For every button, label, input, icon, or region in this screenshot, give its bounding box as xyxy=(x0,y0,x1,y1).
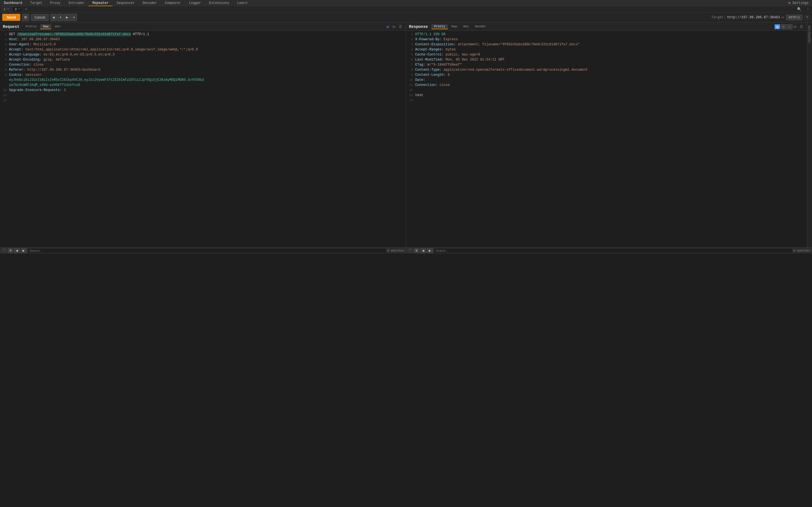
edit-target-button[interactable]: ✏ xyxy=(781,15,784,19)
main-content: Request Pretty Raw Hex ⇄ \n ☰ 1 GET /dow… xyxy=(0,22,812,247)
request-panel: Request Pretty Raw Hex ⇄ \n ☰ 1 GET /dow… xyxy=(0,22,406,247)
next-button[interactable]: ▶ xyxy=(64,14,70,21)
target-label: Target: xyxy=(711,15,725,19)
response-line-12: 12 xyxy=(406,88,807,93)
request-line-5: 5 Accept-Language: es-ES,es;q=0.8,en-US;… xyxy=(0,52,406,57)
inspector-label: INSPECTOR xyxy=(808,22,811,46)
tab-menu-icon[interactable]: ⋮ xyxy=(804,7,812,11)
request-search-next-btn[interactable]: ▶ xyxy=(21,248,27,253)
next-dropdown[interactable]: ▾ xyxy=(71,14,77,21)
prev-button[interactable]: ◀ xyxy=(50,14,57,21)
send-button[interactable]: Send xyxy=(2,14,20,21)
settings-button[interactable]: ⚙ Settings xyxy=(785,0,812,6)
response-line-4: 4 Accept-Ranges: bytes xyxy=(406,47,807,52)
request-line-7: 7 Connection: close xyxy=(0,62,406,67)
tab-add-button[interactable]: + xyxy=(23,6,29,12)
prev-dropdown[interactable]: ▾ xyxy=(57,14,63,21)
request-line-8: 8 Referer: http://167.99.206.87:30463/da… xyxy=(0,67,406,72)
http-version-selector[interactable]: HTTP/1 xyxy=(786,15,802,20)
request-line-4: 4 Accept: text/html,application/xhtml+xm… xyxy=(0,47,406,52)
response-help-btn[interactable]: ? xyxy=(408,248,413,253)
nav-repeater[interactable]: Repeater xyxy=(89,0,113,6)
response-code-area[interactable]: 1 HTTP/1.1 200 OK 2 X-Powered-By: Expres… xyxy=(406,31,807,247)
response-line-5: 5 Cache-Control: public, max-age=0 xyxy=(406,52,807,57)
request-line-1: 1 GET /download?resume=./9f06243abcb89c7… xyxy=(0,32,406,37)
cancel-button[interactable]: Cancel xyxy=(31,14,49,21)
response-line-14: 14 xyxy=(406,98,807,103)
tab-2[interactable]: 2 × xyxy=(12,6,23,12)
response-line-6: 6 Last-Modified: Mon, 05 Dec 2022 01:54:… xyxy=(406,57,807,62)
inspector-sidebar: INSPECTOR xyxy=(807,22,812,247)
nav-sequencer[interactable]: Sequencer xyxy=(112,0,139,6)
tab-1[interactable]: 1 × xyxy=(1,6,11,12)
response-panel-header: Response Pretty Raw Hex Render ⊞ ☰ ≡ \n … xyxy=(406,22,807,31)
response-bottom-settings-btn[interactable]: ⚙ xyxy=(414,248,419,253)
request-line-6: 6 Accept-Encoding: gzip, deflate xyxy=(0,57,406,62)
response-bottom-panel: ? ⚙ ◀ ▶ 0 matches xyxy=(406,247,812,253)
request-line-10: 10 Upgrade-Insecure-Requests: 1 xyxy=(0,88,406,93)
request-match-count: 0 matches xyxy=(388,249,404,252)
nav-comparer[interactable]: Comparer xyxy=(161,0,185,6)
response-line-7: 7 ETag: W/"6-184dffd9eaf" xyxy=(406,62,807,67)
response-grid-view-btn[interactable]: ⊞ xyxy=(774,24,780,29)
request-line-3: 3 User-Agent: Mozilla/5.0 xyxy=(0,42,406,47)
nav-extensions[interactable]: Extensions xyxy=(205,0,233,6)
request-line-9b: ya7Gc0cW0FiKqM_sXOd-avH5bTf1d1kfss8 xyxy=(0,82,406,88)
response-view-toggles: ⊞ ☰ ≡ xyxy=(774,24,793,29)
response-panel: INSPECTOR Response Pretty Raw Hex Render… xyxy=(406,22,812,247)
tab-2-close[interactable]: × xyxy=(18,8,20,11)
response-line-10: 10 Date: xyxy=(406,77,807,82)
nav-intruder[interactable]: Intruder xyxy=(64,0,89,6)
nav-learn[interactable]: Learn xyxy=(233,0,251,6)
request-line-11: 11 xyxy=(0,93,406,98)
help-button[interactable]: ? xyxy=(804,15,810,20)
nav-logger[interactable]: Logger xyxy=(185,0,205,6)
response-panel-actions: \n ☰ xyxy=(793,24,804,29)
request-help-btn[interactable]: ? xyxy=(2,248,7,253)
request-search-prev-btn[interactable]: ◀ xyxy=(14,248,20,253)
response-search-input[interactable] xyxy=(434,248,793,253)
request-bottom-settings-btn[interactable]: ⚙ xyxy=(8,248,13,253)
tab-search-icon[interactable]: 🔍 xyxy=(795,7,804,11)
response-menu-btn[interactable]: ☰ xyxy=(799,24,804,29)
response-tabs: Pretty Raw Hex Render xyxy=(432,24,773,29)
response-tab-pretty[interactable]: Pretty xyxy=(432,24,448,29)
request-linebreak-btn[interactable]: \n xyxy=(391,24,396,29)
response-search-prev-btn[interactable]: ◀ xyxy=(420,248,426,253)
nav-target[interactable]: Target xyxy=(26,0,46,6)
tab-2-label: 2 xyxy=(15,8,17,11)
target-info: Target: http://167.99.206.87:30463 ✏ xyxy=(711,15,784,19)
request-wrap-btn[interactable]: ⇄ xyxy=(385,24,390,29)
response-compact-view-btn[interactable]: ≡ xyxy=(787,24,793,29)
request-search-input[interactable] xyxy=(28,248,386,253)
request-line-12: 12 xyxy=(0,98,406,103)
response-line-3: 3 Content-Disposition: attachment; filen… xyxy=(406,42,807,47)
response-tab-render[interactable]: Render xyxy=(472,24,489,29)
response-linebreak-btn[interactable]: \n xyxy=(793,24,798,29)
request-bottom-panel: ? ⚙ ◀ ▶ 0 matches xyxy=(0,247,406,253)
response-line-8: 8 Content-Type: application/vnd.openxmlf… xyxy=(406,67,807,72)
tab-1-close[interactable]: × xyxy=(7,8,9,11)
top-nav: Dashboard Target Proxy Intruder Repeater… xyxy=(0,0,812,6)
request-code-area[interactable]: 1 GET /download?resume=./9f06243abcb89c7… xyxy=(0,31,406,247)
request-tab-hex[interactable]: Hex xyxy=(52,24,63,29)
response-tab-hex[interactable]: Hex xyxy=(460,24,472,29)
nav-decoder[interactable]: Decoder xyxy=(139,0,161,6)
request-settings-button[interactable]: ⚙ xyxy=(22,14,29,21)
request-panel-header: Request Pretty Raw Hex ⇄ \n ☰ xyxy=(0,22,406,31)
request-tab-raw[interactable]: Raw xyxy=(40,24,51,29)
nav-dashboard[interactable]: Dashboard xyxy=(0,0,26,6)
response-tab-raw[interactable]: Raw xyxy=(449,24,460,29)
request-tabs: Pretty Raw Hex xyxy=(23,24,386,29)
nav-proxy[interactable]: Proxy xyxy=(46,0,64,6)
response-search-next-btn[interactable]: ▶ xyxy=(427,248,433,253)
request-line-9: 9 Cookie: session= xyxy=(0,72,406,77)
request-line-2: 2 Host: 167.99.206.87:30463 xyxy=(0,37,406,42)
response-list-view-btn[interactable]: ☰ xyxy=(781,24,786,29)
tab-1-label: 1 xyxy=(4,8,6,11)
target-url: http://167.99.206.87:30463 xyxy=(727,15,780,19)
response-line-9: 9 Content-Length: 6 xyxy=(406,72,807,77)
request-menu-btn[interactable]: ☰ xyxy=(398,24,403,29)
response-line-2: 2 X-Powered-By: Express xyxy=(406,37,807,42)
request-tab-pretty[interactable]: Pretty xyxy=(23,24,40,29)
